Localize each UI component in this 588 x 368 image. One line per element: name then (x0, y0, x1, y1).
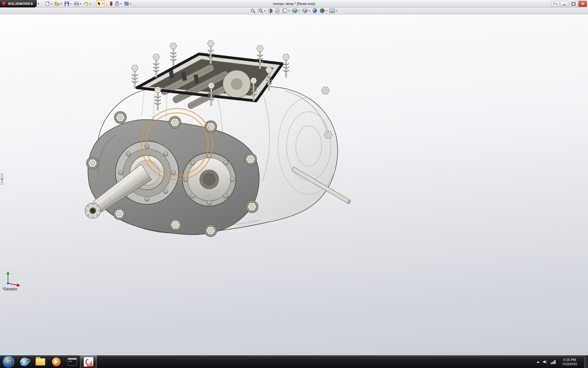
maximize-button[interactable] (569, 1, 578, 7)
taskbar-clock[interactable]: 4:16 PM 7/13/2015 (559, 358, 581, 366)
zoom-area-icon (258, 8, 263, 13)
view-orientation-button[interactable] (291, 8, 301, 14)
folder-icon (36, 358, 45, 366)
open-folder-icon (55, 1, 60, 6)
minimize-button[interactable] (560, 1, 568, 7)
options-grid-icon (124, 1, 129, 6)
options-button[interactable] (123, 0, 132, 7)
evaluate-button[interactable] (274, 8, 281, 14)
chevron-left-icon (0, 178, 2, 180)
open-button[interactable] (54, 0, 63, 7)
title-bar: SOLIDWORKS (0, 0, 588, 8)
scene-icon (329, 8, 335, 13)
save-icon (64, 1, 69, 6)
evaluate-icon (275, 8, 280, 13)
properties-button[interactable] (114, 0, 123, 7)
shadows-sphere-icon (312, 8, 318, 13)
drawing-sheets-icon (282, 8, 288, 13)
zoom-fit-icon (251, 8, 256, 13)
new-document-icon (45, 1, 50, 6)
select-cursor-icon (97, 1, 101, 6)
shadows-button[interactable] (311, 8, 318, 14)
menu-expand-caret[interactable] (38, 2, 40, 5)
start-button[interactable] (3, 356, 14, 367)
section-view-button[interactable] (267, 8, 274, 14)
tray-expand-icon[interactable] (537, 360, 540, 363)
system-tray: 4:16 PM 7/13/2015 (537, 358, 583, 366)
show-desktop-button[interactable] (584, 356, 588, 368)
panel-collapse-tab[interactable] (0, 174, 3, 185)
network-icon[interactable] (551, 360, 556, 364)
view-toolbar (0, 7, 588, 14)
taskbar-file-explorer[interactable] (32, 356, 48, 368)
taskbar-command-prompt[interactable] (64, 356, 80, 368)
print-button[interactable] (73, 0, 82, 7)
window-controls: ? (551, 1, 588, 7)
solidworks-app-icon: 2015 (84, 357, 93, 367)
clock-date: 7/13/2015 (559, 362, 581, 366)
toolbox-icon (110, 1, 113, 6)
solidworks-logo[interactable]: SOLIDWORKS (0, 0, 37, 7)
clipboard-icon (115, 1, 119, 6)
toolbox-button[interactable] (109, 0, 114, 7)
undo-button[interactable] (83, 0, 92, 7)
section-view-icon (268, 8, 273, 13)
dassault-swirl-icon (2, 2, 6, 6)
zoom-fit-button[interactable] (250, 8, 257, 14)
app-name: SOLIDWORKS (8, 2, 33, 6)
graphics-area[interactable]: *Dimetric (0, 14, 588, 356)
scene-button[interactable] (329, 8, 338, 14)
save-button[interactable] (63, 0, 73, 7)
drawing-sheets-button[interactable] (281, 8, 291, 14)
windows-flag-icon (6, 359, 11, 364)
orientation-triad[interactable] (4, 270, 23, 288)
gearbox-3d-model[interactable] (0, 14, 588, 356)
standard-toolbar (44, 0, 132, 7)
print-icon (74, 1, 79, 6)
bearing-cover-flange[interactable] (183, 153, 236, 206)
clock-time: 4:16 PM (559, 358, 581, 362)
undo-icon (84, 1, 89, 6)
select-button[interactable] (96, 0, 105, 7)
new-document-button[interactable] (44, 0, 53, 7)
appearance-button[interactable] (319, 8, 328, 14)
windows-taskbar: e 2015 4:16 PM 7/13/2015 (0, 355, 588, 368)
appearance-sphere-icon (319, 8, 325, 13)
close-button[interactable] (579, 1, 587, 7)
display-style-icon (302, 8, 308, 13)
help-button[interactable]: ? (551, 1, 559, 7)
internet-explorer-icon: e (20, 358, 29, 366)
zoom-area-button[interactable] (257, 8, 266, 14)
command-prompt-icon (68, 358, 77, 366)
taskbar-media-player[interactable] (48, 356, 64, 368)
view-orientation-label: *Dimetric (2, 287, 17, 291)
spline-tip (85, 203, 100, 218)
taskbar-internet-explorer[interactable]: e (17, 356, 32, 368)
close-icon (581, 2, 584, 5)
media-player-icon (52, 358, 61, 366)
taskbar-solidworks-active[interactable]: 2015 (80, 355, 97, 368)
view-orientation-cube-icon (292, 8, 298, 13)
display-style-button[interactable] (301, 8, 311, 14)
speaker-icon[interactable] (543, 360, 548, 364)
